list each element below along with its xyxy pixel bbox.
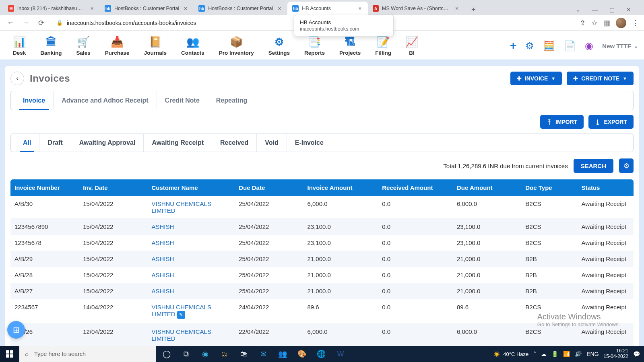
profile-avatar[interactable] bbox=[616, 18, 626, 28]
module-desk[interactable]: 📊Desk bbox=[6, 36, 33, 56]
task-view-icon[interactable]: ⧉ bbox=[177, 346, 195, 362]
ime-lang[interactable]: ENG bbox=[586, 351, 599, 357]
column-header[interactable]: Received Amount bbox=[378, 179, 453, 196]
column-header[interactable]: Customer Name bbox=[148, 179, 235, 196]
module-banking[interactable]: 🏛Banking bbox=[33, 36, 69, 56]
module-filling[interactable]: 📝Filling bbox=[368, 36, 398, 56]
module-journals[interactable]: 📔Journals bbox=[137, 36, 174, 56]
column-header[interactable]: Invoice Number bbox=[10, 179, 79, 196]
new-badge-icon[interactable]: ◉ bbox=[585, 40, 593, 51]
cell-customer-name[interactable]: VISHNU CHEMICALS LIMITED bbox=[148, 323, 235, 346]
cell-customer-name[interactable]: ASHISH bbox=[148, 267, 235, 283]
window-maximize-icon[interactable]: ▢ bbox=[607, 6, 617, 13]
new-tab-button[interactable]: + bbox=[468, 4, 479, 15]
module-projects[interactable]: 🏗Projects bbox=[332, 36, 368, 56]
close-icon[interactable]: × bbox=[454, 5, 460, 12]
gear-icon[interactable]: ⚙ bbox=[525, 40, 534, 51]
tray-chevron-icon[interactable]: ˄ bbox=[533, 351, 536, 357]
notes-icon[interactable]: 📄 bbox=[564, 40, 576, 51]
table-row[interactable]: 12345678 15/04/2022 ASHISH 25/04/2022 23… bbox=[10, 235, 634, 251]
filter-tab-awaiting-approval[interactable]: Awaiting Approval bbox=[71, 134, 144, 152]
primary-tab-advance-and-adhoc-receipt[interactable]: Advance and Adhoc Receipt bbox=[54, 91, 157, 110]
column-header[interactable]: Inv. Date bbox=[79, 179, 147, 196]
close-icon[interactable]: × bbox=[89, 5, 95, 12]
browser-tab[interactable]: hb HostBooks : Customer Portal × bbox=[194, 2, 287, 15]
table-row[interactable]: 2234567 14/04/2022 VISHNU CHEMICALS LIMI… bbox=[10, 299, 634, 324]
paint-icon[interactable]: 🎨 bbox=[293, 346, 311, 362]
cell-customer-name[interactable]: VISHNU CHEMICALS LIMITED✎ bbox=[148, 299, 235, 324]
table-row[interactable]: 1234567890 15/04/2022 ASHISH 25/04/2022 … bbox=[10, 219, 634, 235]
close-icon[interactable]: × bbox=[357, 5, 363, 12]
table-settings-button[interactable]: ⚙ bbox=[619, 158, 634, 173]
mail-icon[interactable]: ✉ bbox=[254, 346, 272, 362]
window-dropdown-icon[interactable]: ⌄ bbox=[573, 6, 583, 13]
apps-launcher-bubble[interactable]: ⊞ bbox=[7, 321, 25, 339]
share-icon[interactable]: ⇪ bbox=[580, 19, 586, 27]
teams-icon[interactable]: 👥 bbox=[274, 346, 291, 362]
onedrive-icon[interactable]: ☁ bbox=[541, 351, 547, 357]
start-button[interactable] bbox=[0, 346, 19, 362]
new-credit-note-button[interactable]: ✚ CREDIT NOTE ▼ bbox=[567, 72, 634, 85]
browser-tab[interactable]: M Inbox (8,214) - rakshithasu@gma × bbox=[3, 2, 100, 15]
nav-reload-icon[interactable]: ⟳ bbox=[35, 17, 47, 29]
filter-tab-draft[interactable]: Draft bbox=[39, 134, 71, 152]
primary-tab-repeating[interactable]: Repeating bbox=[208, 91, 255, 110]
window-minimize-icon[interactable]: — bbox=[590, 6, 600, 13]
table-row[interactable]: A/B/26 12/04/2022 VISHNU CHEMICALS LIMIT… bbox=[10, 323, 634, 346]
table-row[interactable]: A/B/30 15/04/2022 VISHNU CHEMICALS LIMIT… bbox=[10, 196, 634, 219]
filter-tab-received[interactable]: Received bbox=[212, 134, 257, 152]
table-row[interactable]: A/B/28 15/04/2022 ASHISH 25/04/2022 21,0… bbox=[10, 267, 634, 283]
new-invoice-button[interactable]: ✚ INVOICE ▼ bbox=[510, 72, 562, 85]
module-bi[interactable]: 📈BI bbox=[398, 36, 425, 56]
calculator-icon[interactable]: 🧮 bbox=[543, 40, 555, 51]
org-switcher[interactable]: New TTTF ⌄ bbox=[602, 43, 638, 49]
column-header[interactable]: Doc Type bbox=[521, 179, 577, 196]
cortana-icon[interactable]: ◯ bbox=[158, 346, 175, 362]
chrome-icon[interactable]: 🌐 bbox=[312, 346, 330, 362]
module-contacts[interactable]: 👥Contacts bbox=[174, 36, 212, 56]
column-header[interactable]: Status bbox=[578, 179, 634, 196]
weather-widget[interactable]: ☀️ 40°C Haze bbox=[493, 351, 528, 357]
filter-tab-awaiting-receipt[interactable]: Awaiting Receipt bbox=[144, 134, 212, 152]
cell-customer-name[interactable]: ASHISH bbox=[148, 283, 235, 299]
cell-customer-name[interactable]: ASHISH bbox=[148, 235, 235, 251]
close-icon[interactable]: × bbox=[182, 5, 189, 12]
word-icon[interactable]: W bbox=[332, 346, 349, 362]
notifications-icon[interactable]: 💬 bbox=[633, 351, 640, 357]
extensions-icon[interactable]: ▦ bbox=[603, 19, 610, 27]
module-reports[interactable]: 📑Reports bbox=[297, 36, 332, 56]
module-sales[interactable]: 🛒Sales bbox=[69, 36, 98, 56]
primary-tab-credit-note[interactable]: Credit Note bbox=[157, 91, 208, 110]
page-back-button[interactable]: ‹ bbox=[10, 72, 24, 85]
taskbar-search[interactable]: ⌕ Type here to search bbox=[19, 346, 156, 362]
add-icon[interactable]: + bbox=[510, 39, 516, 52]
cell-customer-name[interactable]: ASHISH bbox=[148, 251, 235, 267]
filter-tab-void[interactable]: Void bbox=[257, 134, 287, 152]
module-settings[interactable]: ⚙Settings bbox=[261, 36, 297, 56]
nav-back-icon[interactable]: ← bbox=[5, 17, 16, 29]
nav-forward-icon[interactable]: → bbox=[20, 17, 31, 29]
close-icon[interactable]: × bbox=[276, 5, 283, 12]
wifi-icon[interactable]: 📶 bbox=[563, 351, 570, 357]
cell-customer-name[interactable]: VISHNU CHEMICALS LIMITED bbox=[148, 196, 235, 219]
filter-tab-all[interactable]: All bbox=[15, 134, 39, 152]
edge-icon[interactable]: ◉ bbox=[196, 346, 214, 362]
cell-customer-name[interactable]: ASHISH bbox=[148, 219, 235, 235]
browser-tab[interactable]: A MS Word Save As - (Shortcut Ser × bbox=[368, 2, 464, 15]
battery-icon[interactable]: 🔋 bbox=[551, 351, 558, 357]
primary-tab-invoice[interactable]: Invoice bbox=[15, 91, 54, 110]
browser-tab[interactable]: hb HostBooks : Customer Portal × bbox=[100, 2, 194, 15]
column-header[interactable]: Due Amount bbox=[453, 179, 521, 196]
volume-icon[interactable]: 🔊 bbox=[575, 351, 582, 357]
export-button[interactable]: ⭳ EXPORT bbox=[588, 115, 634, 129]
file-explorer-icon[interactable]: 🗂 bbox=[216, 346, 233, 362]
import-button[interactable]: ⭱ IMPORT bbox=[540, 115, 584, 129]
window-close-icon[interactable]: ✕ bbox=[624, 6, 634, 13]
edit-icon[interactable]: ✎ bbox=[177, 311, 185, 319]
column-header[interactable]: Invoice Amount bbox=[303, 179, 378, 196]
chrome-menu-icon[interactable]: ⋮ bbox=[632, 19, 639, 27]
table-row[interactable]: A/B/27 15/04/2022 ASHISH 25/04/2022 21,0… bbox=[10, 283, 634, 299]
table-row[interactable]: A/B/29 15/04/2022 ASHISH 25/04/2022 21,0… bbox=[10, 251, 634, 267]
search-button[interactable]: SEARCH bbox=[574, 159, 613, 173]
column-header[interactable]: Due Date bbox=[235, 179, 303, 196]
